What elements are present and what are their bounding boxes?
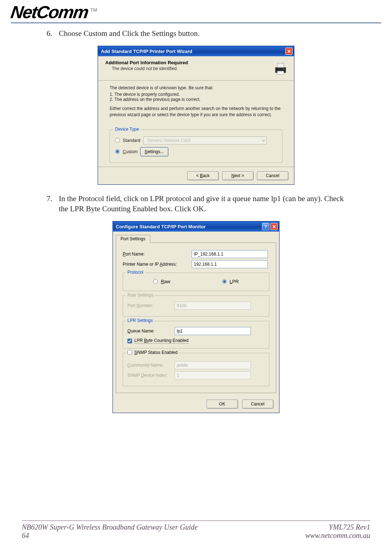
snmp-status-rest: NMP Status Enabled	[137, 350, 177, 355]
close-icon[interactable]: ✕	[285, 48, 293, 55]
step-6: 6. Choose Custom and Click the Settings …	[44, 28, 348, 38]
snmp-group: SNMP Status Enabled Community Name: SNMP…	[123, 353, 269, 386]
printer-addr-pre: Printer Name or IP	[123, 262, 160, 267]
trademark: TM	[90, 7, 97, 13]
wizard-header-text: Additional Port Information Required The…	[105, 60, 272, 77]
monitor-dialog: Configure Standard TCP/IP Port Monitor ?…	[113, 221, 279, 413]
wizard-buttonbar: < Back Next > Cancel	[98, 167, 294, 184]
protocol-legend: Protocol	[126, 270, 145, 275]
community-row: Community Name:	[127, 361, 265, 369]
lpr-byte-label: LPR Byte Counting Enabled	[134, 338, 188, 343]
lpr-rest: PR	[232, 279, 239, 284]
custom-rest: ustom	[126, 149, 138, 154]
step-7: 7. In the Protocol field, click on LPR p…	[44, 193, 348, 214]
protocol-row: Raw LPR	[127, 277, 265, 286]
footer-url: www.netcomm.com.au	[305, 531, 370, 540]
custom-label: Custom	[123, 149, 138, 154]
port-number-rest: umber:	[140, 303, 153, 308]
lpr-byte-checkbox[interactable]	[127, 339, 132, 343]
footer-rule	[22, 521, 370, 521]
printer-icon	[272, 60, 289, 77]
community-u: C	[127, 363, 131, 368]
wizard-para1-l1: 1. The device is properly configured.	[110, 92, 282, 97]
port-name-input[interactable]	[192, 250, 268, 258]
printer-addr-label: Printer Name or IP Address:	[123, 262, 192, 267]
community-input	[175, 361, 251, 369]
monitor-titlebar-buttons: ? ✕	[262, 223, 278, 230]
tab-port-settings[interactable]: Port Settings	[116, 235, 150, 243]
standard-select: Generic Network Card	[143, 136, 267, 144]
cancel-button[interactable]: Cancel	[242, 400, 273, 408]
snmp-status-row: SNMP Status Enabled	[126, 350, 179, 355]
snmp-status-checkbox[interactable]	[127, 350, 132, 355]
port-name-rest: ort Name:	[126, 252, 145, 257]
queue-rest: ueue Name:	[131, 328, 154, 334]
standard-radio[interactable]	[115, 138, 120, 143]
wizard-header-sub: The device could not be identified.	[112, 66, 272, 71]
close-icon[interactable]: ✕	[270, 223, 278, 230]
raw-radio[interactable]	[153, 279, 158, 284]
next-button[interactable]: Next >	[222, 171, 253, 180]
settings-button[interactable]: Settings...	[140, 147, 168, 156]
custom-radio[interactable]	[115, 149, 120, 154]
next-rest: ext >	[234, 173, 244, 178]
port-number-u: N	[136, 303, 140, 308]
lpr-settings-legend: LPR Settings	[126, 318, 154, 323]
lpr-u: L	[230, 279, 232, 284]
tabstrip: Port Settings	[113, 232, 279, 242]
snmp-index-input	[175, 371, 251, 379]
queue-input[interactable]	[175, 327, 251, 335]
step-text: In the Protocol field, click on LPR prot…	[59, 193, 348, 214]
queue-row: Queue Name:	[127, 327, 265, 335]
main-content: 6. Choose Custom and Click the Settings …	[0, 25, 392, 422]
raw-settings-group: Raw Settings Port Number:	[123, 295, 269, 317]
footer-row: NB620W Super-G Wireless Broadband Gatewa…	[22, 523, 370, 540]
wizard-dialog: Add Standard TCP/IP Printer Port Wizard …	[98, 46, 294, 184]
community-label: Community Name:	[127, 363, 175, 368]
snmp-status-label: SNMP Status Enabled	[134, 350, 177, 355]
lpr-radio[interactable]	[222, 279, 227, 284]
cancel-label: Cancel	[266, 173, 279, 178]
back-u: B	[200, 173, 203, 178]
back-button[interactable]: < Back	[187, 171, 219, 180]
custom-u: C	[123, 149, 126, 154]
ok-button[interactable]: OK	[207, 400, 238, 408]
next-u: N	[231, 173, 234, 178]
port-name-u: P	[123, 252, 126, 257]
snmp-index-label: SNMP Device Index:	[127, 373, 175, 378]
lpr-settings-group: LPR Settings Queue Name: LPR Byte Counti…	[123, 321, 269, 348]
port-number-input	[175, 302, 251, 310]
step-number: 6.	[44, 28, 52, 38]
brand-text: NetComm	[10, 4, 89, 21]
monitor-screenshot: Configure Standard TCP/IP Port Monitor ?…	[44, 219, 348, 421]
svg-rect-2	[277, 71, 284, 74]
lpr-byte-row: LPR Byte Counting Enabled	[127, 338, 265, 343]
monitor-title: Configure Standard TCP/IP Port Monitor	[116, 224, 205, 229]
queue-u: Q	[127, 328, 131, 334]
cancel-button[interactable]: Cancel	[257, 171, 288, 180]
device-type-group: Device Type Standard Generic Network Car…	[110, 130, 282, 163]
wizard-para1-intro: The detected device is of unknown type. …	[110, 85, 282, 91]
page-header: NetComm TM	[0, 0, 392, 25]
standard-label: Standard	[123, 138, 140, 143]
snmp-index-rest: evice Index:	[144, 373, 167, 378]
printer-addr-input[interactable]	[192, 260, 268, 268]
lpr-byte-pre: LPR	[134, 338, 144, 343]
lpr-label: LPR	[230, 279, 239, 284]
lpr-byte-u: B	[144, 338, 147, 343]
back-pre: <	[196, 173, 200, 178]
port-number-pre: Port	[127, 303, 136, 308]
raw-settings-legend: Raw Settings	[126, 293, 155, 298]
help-icon[interactable]: ?	[262, 223, 269, 230]
wizard-body: The detected device is of unknown type. …	[98, 81, 294, 166]
titlebar-buttons: ✕	[285, 48, 293, 55]
footer-right: YML725 Rev1 www.netcomm.com.au	[305, 523, 370, 540]
cancel-label: Cancel	[251, 401, 264, 407]
port-number-row: Port Number:	[127, 302, 265, 310]
tabpanel: Port Name: Printer Name or IP Address: P…	[116, 242, 276, 393]
wizard-para1-l2: 2. The address on the previous page is c…	[110, 97, 282, 102]
snmp-index-row: SNMP Device Index:	[127, 371, 265, 379]
port-number-label: Port Number:	[127, 303, 175, 308]
footer-guide-title: NB620W Super-G Wireless Broadband Gatewa…	[22, 523, 198, 531]
lpr-byte-rest: yte Counting Enabled	[147, 338, 189, 343]
